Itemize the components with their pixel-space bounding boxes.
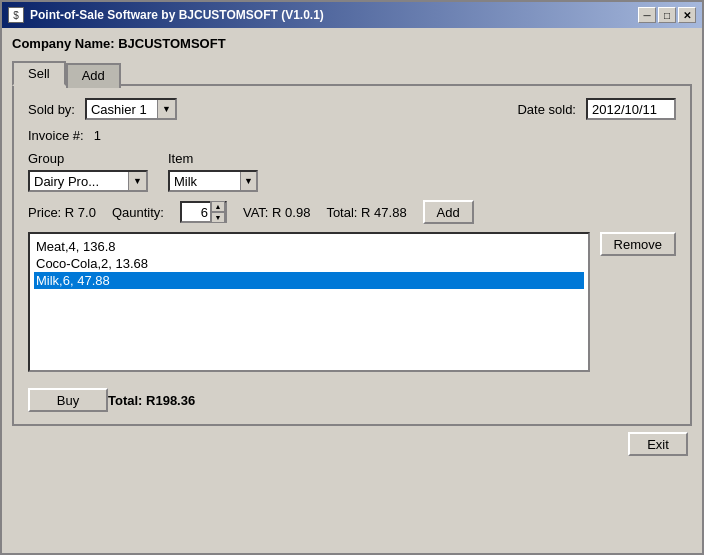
date-sold-label: Date sold: xyxy=(517,102,576,117)
tab-sell[interactable]: Sell xyxy=(12,61,66,86)
buy-button[interactable]: Buy xyxy=(28,388,108,412)
window-content: Company Name: BJCUSTOMSOFT Sell Add Sold… xyxy=(2,28,702,553)
group-value: Dairy Pro... xyxy=(30,172,128,191)
main-bottom: Exit xyxy=(12,432,692,456)
tab-add[interactable]: Add xyxy=(66,63,121,88)
qty-label: Qauntity: xyxy=(112,205,164,220)
cashier-dropdown-arrow[interactable]: ▼ xyxy=(157,100,175,118)
qty-down-button[interactable]: ▼ xyxy=(211,212,225,223)
remove-button[interactable]: Remove xyxy=(600,232,676,256)
grand-total-label: Total: R198.36 xyxy=(108,393,195,408)
item-label: Item xyxy=(168,151,258,166)
list-item[interactable]: Coco-Cola,2, 13.68 xyxy=(34,255,584,272)
sold-by-row: Sold by: Cashier 1 ▼ xyxy=(28,98,177,120)
invoice-number: 1 xyxy=(94,128,101,143)
sell-panel: Sold by: Cashier 1 ▼ Date sold: Invoice … xyxy=(12,84,692,426)
date-input[interactable] xyxy=(586,98,676,120)
title-bar: $ Point-of-Sale Software by BJCUSTOMSOFT… xyxy=(2,2,702,28)
list-item[interactable]: Meat,4, 136.8 xyxy=(34,238,584,255)
bottom-row: Buy Total: R198.36 xyxy=(28,388,676,412)
company-name-value: BJCUSTOMSOFT xyxy=(118,36,225,51)
list-remove-row: Meat,4, 136.8 Coco-Cola,2, 13.68 Milk,6,… xyxy=(28,232,676,372)
date-sold-row: Date sold: xyxy=(517,98,676,120)
invoice-row: Invoice #: 1 xyxy=(28,128,676,143)
qty-input-wrapper[interactable]: ▲ ▼ xyxy=(180,201,227,223)
item-value: Milk xyxy=(170,172,240,191)
company-label: Company Name: xyxy=(12,36,115,51)
company-name: Company Name: BJCUSTOMSOFT xyxy=(12,36,692,51)
app-icon: $ xyxy=(8,7,24,23)
invoice-label: Invoice #: xyxy=(28,128,84,143)
total-item-label: Total: R 47.88 xyxy=(326,205,406,220)
price-label: Price: R 7.0 xyxy=(28,205,96,220)
sold-date-row: Sold by: Cashier 1 ▼ Date sold: xyxy=(28,98,676,120)
tab-container: Sell Add Sold by: Cashier 1 ▼ xyxy=(12,59,692,426)
group-dropdown[interactable]: Dairy Pro... ▼ xyxy=(28,170,148,192)
minimize-button[interactable]: ─ xyxy=(638,7,656,23)
qty-up-button[interactable]: ▲ xyxy=(211,201,225,212)
group-item-row: Group Dairy Pro... ▼ Item Milk ▼ xyxy=(28,151,676,192)
qty-input[interactable] xyxy=(182,205,210,220)
items-listbox[interactable]: Meat,4, 136.8 Coco-Cola,2, 13.68 Milk,6,… xyxy=(28,232,590,372)
list-item[interactable]: Milk,6, 47.88 xyxy=(34,272,584,289)
cashier-value: Cashier 1 xyxy=(87,100,157,119)
group-dropdown-arrow[interactable]: ▼ xyxy=(128,172,146,190)
vat-label: VAT: R 0.98 xyxy=(243,205,310,220)
add-button[interactable]: Add xyxy=(423,200,474,224)
item-dropdown-arrow[interactable]: ▼ xyxy=(240,172,256,190)
main-window: $ Point-of-Sale Software by BJCUSTOMSOFT… xyxy=(0,0,704,555)
price-qty-row: Price: R 7.0 Qauntity: ▲ ▼ VAT: R 0.98 T… xyxy=(28,200,676,224)
title-bar-left: $ Point-of-Sale Software by BJCUSTOMSOFT… xyxy=(8,7,324,23)
close-button[interactable]: ✕ xyxy=(678,7,696,23)
qty-spinners: ▲ ▼ xyxy=(210,201,225,223)
remove-col: Remove xyxy=(600,232,676,256)
group-label: Group xyxy=(28,151,148,166)
cashier-dropdown[interactable]: Cashier 1 ▼ xyxy=(85,98,177,120)
group-col: Group Dairy Pro... ▼ xyxy=(28,151,148,192)
title-bar-buttons: ─ □ ✕ xyxy=(638,7,696,23)
window-title: Point-of-Sale Software by BJCUSTOMSOFT (… xyxy=(30,8,324,22)
item-col: Item Milk ▼ xyxy=(168,151,258,192)
exit-button[interactable]: Exit xyxy=(628,432,688,456)
maximize-button[interactable]: □ xyxy=(658,7,676,23)
tab-bar: Sell Add xyxy=(12,59,692,84)
sold-by-label: Sold by: xyxy=(28,102,75,117)
item-dropdown[interactable]: Milk ▼ xyxy=(168,170,258,192)
